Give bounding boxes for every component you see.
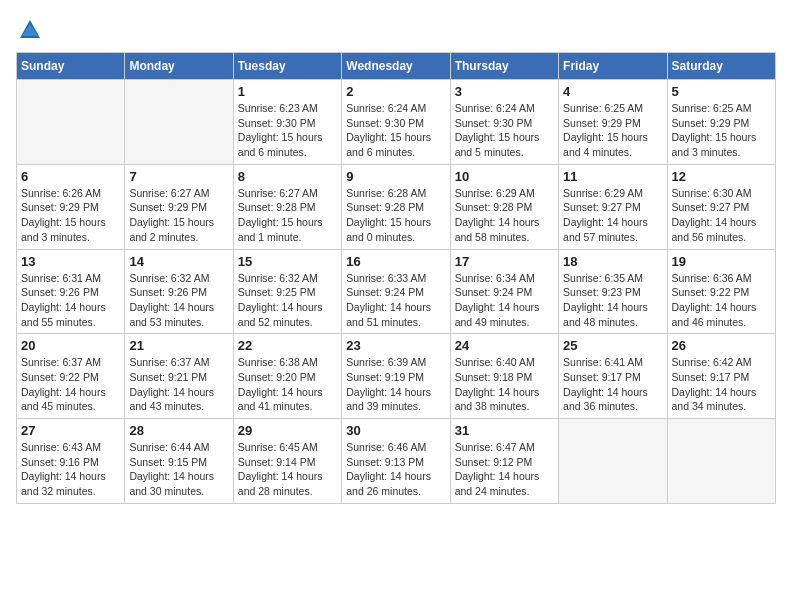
day-number: 11 bbox=[563, 169, 662, 184]
calendar-cell: 19Sunrise: 6:36 AM Sunset: 9:22 PM Dayli… bbox=[667, 249, 775, 334]
calendar-cell: 8Sunrise: 6:27 AM Sunset: 9:28 PM Daylig… bbox=[233, 164, 341, 249]
calendar-cell: 15Sunrise: 6:32 AM Sunset: 9:25 PM Dayli… bbox=[233, 249, 341, 334]
calendar-cell: 4Sunrise: 6:25 AM Sunset: 9:29 PM Daylig… bbox=[559, 80, 667, 165]
calendar-cell: 17Sunrise: 6:34 AM Sunset: 9:24 PM Dayli… bbox=[450, 249, 558, 334]
calendar-week-row: 20Sunrise: 6:37 AM Sunset: 9:22 PM Dayli… bbox=[17, 334, 776, 419]
weekday-header-sunday: Sunday bbox=[17, 53, 125, 80]
day-number: 17 bbox=[455, 254, 554, 269]
day-number: 14 bbox=[129, 254, 228, 269]
day-info: Sunrise: 6:47 AM Sunset: 9:12 PM Dayligh… bbox=[455, 440, 554, 499]
calendar-cell: 23Sunrise: 6:39 AM Sunset: 9:19 PM Dayli… bbox=[342, 334, 450, 419]
day-info: Sunrise: 6:45 AM Sunset: 9:14 PM Dayligh… bbox=[238, 440, 337, 499]
day-number: 15 bbox=[238, 254, 337, 269]
weekday-header-friday: Friday bbox=[559, 53, 667, 80]
calendar-cell: 30Sunrise: 6:46 AM Sunset: 9:13 PM Dayli… bbox=[342, 419, 450, 504]
calendar-cell: 2Sunrise: 6:24 AM Sunset: 9:30 PM Daylig… bbox=[342, 80, 450, 165]
day-info: Sunrise: 6:43 AM Sunset: 9:16 PM Dayligh… bbox=[21, 440, 120, 499]
day-info: Sunrise: 6:28 AM Sunset: 9:28 PM Dayligh… bbox=[346, 186, 445, 245]
day-number: 30 bbox=[346, 423, 445, 438]
calendar-cell: 11Sunrise: 6:29 AM Sunset: 9:27 PM Dayli… bbox=[559, 164, 667, 249]
day-info: Sunrise: 6:44 AM Sunset: 9:15 PM Dayligh… bbox=[129, 440, 228, 499]
calendar-cell: 24Sunrise: 6:40 AM Sunset: 9:18 PM Dayli… bbox=[450, 334, 558, 419]
day-info: Sunrise: 6:25 AM Sunset: 9:29 PM Dayligh… bbox=[672, 101, 771, 160]
calendar-cell bbox=[125, 80, 233, 165]
calendar-cell: 12Sunrise: 6:30 AM Sunset: 9:27 PM Dayli… bbox=[667, 164, 775, 249]
calendar-cell bbox=[667, 419, 775, 504]
day-number: 2 bbox=[346, 84, 445, 99]
day-info: Sunrise: 6:42 AM Sunset: 9:17 PM Dayligh… bbox=[672, 355, 771, 414]
day-number: 26 bbox=[672, 338, 771, 353]
calendar-cell: 25Sunrise: 6:41 AM Sunset: 9:17 PM Dayli… bbox=[559, 334, 667, 419]
calendar-week-row: 27Sunrise: 6:43 AM Sunset: 9:16 PM Dayli… bbox=[17, 419, 776, 504]
day-number: 5 bbox=[672, 84, 771, 99]
weekday-header-tuesday: Tuesday bbox=[233, 53, 341, 80]
day-number: 25 bbox=[563, 338, 662, 353]
page-header bbox=[16, 16, 776, 44]
calendar-cell: 31Sunrise: 6:47 AM Sunset: 9:12 PM Dayli… bbox=[450, 419, 558, 504]
calendar-week-row: 1Sunrise: 6:23 AM Sunset: 9:30 PM Daylig… bbox=[17, 80, 776, 165]
calendar-cell: 18Sunrise: 6:35 AM Sunset: 9:23 PM Dayli… bbox=[559, 249, 667, 334]
day-number: 23 bbox=[346, 338, 445, 353]
day-number: 9 bbox=[346, 169, 445, 184]
day-number: 31 bbox=[455, 423, 554, 438]
calendar-cell bbox=[17, 80, 125, 165]
day-number: 20 bbox=[21, 338, 120, 353]
day-info: Sunrise: 6:23 AM Sunset: 9:30 PM Dayligh… bbox=[238, 101, 337, 160]
calendar-cell: 13Sunrise: 6:31 AM Sunset: 9:26 PM Dayli… bbox=[17, 249, 125, 334]
calendar-header-row: SundayMondayTuesdayWednesdayThursdayFrid… bbox=[17, 53, 776, 80]
day-number: 4 bbox=[563, 84, 662, 99]
weekday-header-thursday: Thursday bbox=[450, 53, 558, 80]
svg-marker-1 bbox=[22, 24, 38, 36]
day-info: Sunrise: 6:36 AM Sunset: 9:22 PM Dayligh… bbox=[672, 271, 771, 330]
day-number: 21 bbox=[129, 338, 228, 353]
calendar-cell: 14Sunrise: 6:32 AM Sunset: 9:26 PM Dayli… bbox=[125, 249, 233, 334]
calendar-cell: 6Sunrise: 6:26 AM Sunset: 9:29 PM Daylig… bbox=[17, 164, 125, 249]
day-info: Sunrise: 6:27 AM Sunset: 9:28 PM Dayligh… bbox=[238, 186, 337, 245]
day-info: Sunrise: 6:35 AM Sunset: 9:23 PM Dayligh… bbox=[563, 271, 662, 330]
day-number: 12 bbox=[672, 169, 771, 184]
day-number: 18 bbox=[563, 254, 662, 269]
calendar-cell: 21Sunrise: 6:37 AM Sunset: 9:21 PM Dayli… bbox=[125, 334, 233, 419]
day-info: Sunrise: 6:37 AM Sunset: 9:21 PM Dayligh… bbox=[129, 355, 228, 414]
day-info: Sunrise: 6:30 AM Sunset: 9:27 PM Dayligh… bbox=[672, 186, 771, 245]
day-info: Sunrise: 6:24 AM Sunset: 9:30 PM Dayligh… bbox=[455, 101, 554, 160]
calendar-cell: 26Sunrise: 6:42 AM Sunset: 9:17 PM Dayli… bbox=[667, 334, 775, 419]
calendar-cell: 1Sunrise: 6:23 AM Sunset: 9:30 PM Daylig… bbox=[233, 80, 341, 165]
weekday-header-wednesday: Wednesday bbox=[342, 53, 450, 80]
weekday-header-monday: Monday bbox=[125, 53, 233, 80]
day-number: 27 bbox=[21, 423, 120, 438]
calendar-cell: 3Sunrise: 6:24 AM Sunset: 9:30 PM Daylig… bbox=[450, 80, 558, 165]
day-number: 8 bbox=[238, 169, 337, 184]
day-info: Sunrise: 6:25 AM Sunset: 9:29 PM Dayligh… bbox=[563, 101, 662, 160]
calendar-cell: 10Sunrise: 6:29 AM Sunset: 9:28 PM Dayli… bbox=[450, 164, 558, 249]
calendar-cell: 29Sunrise: 6:45 AM Sunset: 9:14 PM Dayli… bbox=[233, 419, 341, 504]
calendar-cell: 7Sunrise: 6:27 AM Sunset: 9:29 PM Daylig… bbox=[125, 164, 233, 249]
day-info: Sunrise: 6:32 AM Sunset: 9:25 PM Dayligh… bbox=[238, 271, 337, 330]
weekday-header-saturday: Saturday bbox=[667, 53, 775, 80]
logo bbox=[16, 16, 48, 44]
calendar-cell: 5Sunrise: 6:25 AM Sunset: 9:29 PM Daylig… bbox=[667, 80, 775, 165]
day-info: Sunrise: 6:29 AM Sunset: 9:27 PM Dayligh… bbox=[563, 186, 662, 245]
day-info: Sunrise: 6:29 AM Sunset: 9:28 PM Dayligh… bbox=[455, 186, 554, 245]
calendar-cell: 27Sunrise: 6:43 AM Sunset: 9:16 PM Dayli… bbox=[17, 419, 125, 504]
day-info: Sunrise: 6:37 AM Sunset: 9:22 PM Dayligh… bbox=[21, 355, 120, 414]
calendar-cell: 28Sunrise: 6:44 AM Sunset: 9:15 PM Dayli… bbox=[125, 419, 233, 504]
day-number: 1 bbox=[238, 84, 337, 99]
day-info: Sunrise: 6:26 AM Sunset: 9:29 PM Dayligh… bbox=[21, 186, 120, 245]
day-info: Sunrise: 6:41 AM Sunset: 9:17 PM Dayligh… bbox=[563, 355, 662, 414]
day-number: 13 bbox=[21, 254, 120, 269]
day-number: 7 bbox=[129, 169, 228, 184]
day-number: 6 bbox=[21, 169, 120, 184]
calendar-week-row: 13Sunrise: 6:31 AM Sunset: 9:26 PM Dayli… bbox=[17, 249, 776, 334]
day-info: Sunrise: 6:32 AM Sunset: 9:26 PM Dayligh… bbox=[129, 271, 228, 330]
day-info: Sunrise: 6:39 AM Sunset: 9:19 PM Dayligh… bbox=[346, 355, 445, 414]
day-info: Sunrise: 6:24 AM Sunset: 9:30 PM Dayligh… bbox=[346, 101, 445, 160]
calendar-cell: 16Sunrise: 6:33 AM Sunset: 9:24 PM Dayli… bbox=[342, 249, 450, 334]
day-info: Sunrise: 6:40 AM Sunset: 9:18 PM Dayligh… bbox=[455, 355, 554, 414]
day-info: Sunrise: 6:46 AM Sunset: 9:13 PM Dayligh… bbox=[346, 440, 445, 499]
day-info: Sunrise: 6:27 AM Sunset: 9:29 PM Dayligh… bbox=[129, 186, 228, 245]
day-info: Sunrise: 6:31 AM Sunset: 9:26 PM Dayligh… bbox=[21, 271, 120, 330]
day-number: 24 bbox=[455, 338, 554, 353]
calendar-week-row: 6Sunrise: 6:26 AM Sunset: 9:29 PM Daylig… bbox=[17, 164, 776, 249]
calendar-cell: 9Sunrise: 6:28 AM Sunset: 9:28 PM Daylig… bbox=[342, 164, 450, 249]
